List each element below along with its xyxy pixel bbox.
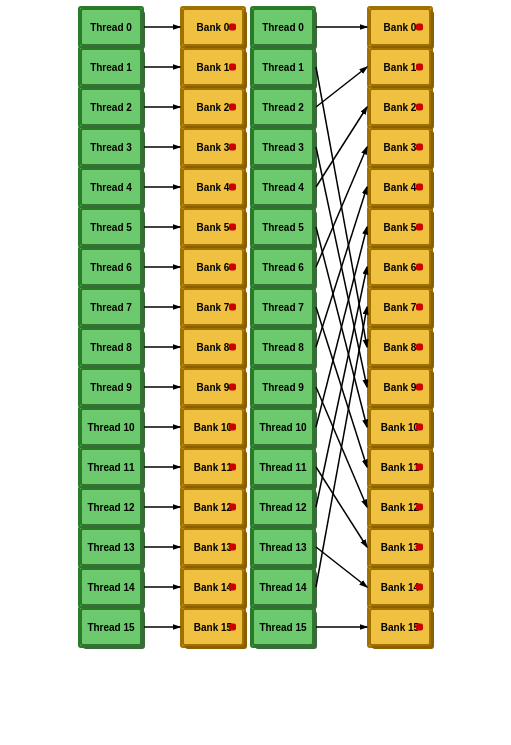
bank-box: Bank 7 <box>182 288 244 326</box>
bank-dot <box>229 544 236 551</box>
bank-box: Bank 3 <box>182 128 244 166</box>
svg-line-22 <box>316 107 367 187</box>
thread-box: Thread 2 <box>80 88 142 126</box>
svg-line-24 <box>316 147 367 267</box>
bank-box: Bank 15 <box>369 608 431 646</box>
thread-box: Thread 11 <box>80 448 142 486</box>
bank-dot <box>229 64 236 71</box>
thread-box: Thread 15 <box>252 608 314 646</box>
bank-box: Bank 7 <box>369 288 431 326</box>
bank-dot <box>229 224 236 231</box>
thread-box: Thread 6 <box>80 248 142 286</box>
bank-dot <box>416 544 423 551</box>
thread-box: Thread 7 <box>80 288 142 326</box>
thread-box: Thread 14 <box>252 568 314 606</box>
thread-box: Thread 1 <box>80 48 142 86</box>
thread-box: Thread 0 <box>252 8 314 46</box>
bank-box: Bank 1 <box>182 48 244 86</box>
bank-dot <box>229 384 236 391</box>
bank-box: Bank 12 <box>369 488 431 526</box>
svg-line-31 <box>316 547 367 587</box>
left-thread-col: Thread 0Thread 1Thread 2Thread 3Thread 4… <box>80 8 142 646</box>
bank-box: Bank 13 <box>182 528 244 566</box>
bank-dot <box>416 464 423 471</box>
bank-box: Bank 9 <box>369 368 431 406</box>
thread-box: Thread 9 <box>252 368 314 406</box>
bank-dot <box>229 144 236 151</box>
bank-dot <box>416 304 423 311</box>
bank-box: Bank 6 <box>182 248 244 286</box>
bank-dot <box>229 624 236 631</box>
bank-dot <box>416 24 423 31</box>
right-diagram: Thread 0Thread 1Thread 2Thread 3Thread 4… <box>252 8 431 646</box>
bank-dot <box>416 184 423 191</box>
thread-box: Thread 3 <box>252 128 314 166</box>
thread-box: Thread 10 <box>252 408 314 446</box>
thread-box: Thread 0 <box>80 8 142 46</box>
bank-box: Bank 0 <box>369 8 431 46</box>
bank-dot <box>416 264 423 271</box>
thread-box: Thread 1 <box>252 48 314 86</box>
bank-box: Bank 9 <box>182 368 244 406</box>
bank-dot <box>416 584 423 591</box>
thread-box: Thread 7 <box>252 288 314 326</box>
bank-box: Bank 8 <box>182 328 244 366</box>
bank-box: Bank 12 <box>182 488 244 526</box>
thread-box: Thread 15 <box>80 608 142 646</box>
bank-box: Bank 14 <box>182 568 244 606</box>
thread-box: Thread 9 <box>80 368 142 406</box>
thread-box: Thread 2 <box>252 88 314 126</box>
svg-line-29 <box>316 467 367 547</box>
bank-dot <box>416 104 423 111</box>
bank-dot <box>416 504 423 511</box>
bank-dot <box>416 144 423 151</box>
bank-dot <box>416 224 423 231</box>
svg-line-32 <box>316 307 367 587</box>
diagrams-row: Thread 0Thread 1Thread 2Thread 3Thread 4… <box>4 8 507 646</box>
thread-box: Thread 12 <box>252 488 314 526</box>
bank-box: Bank 11 <box>182 448 244 486</box>
bank-box: Bank 10 <box>369 408 431 446</box>
bank-dot <box>229 24 236 31</box>
thread-box: Thread 3 <box>80 128 142 166</box>
bank-dot <box>229 584 236 591</box>
bank-dot <box>229 104 236 111</box>
thread-box: Thread 12 <box>80 488 142 526</box>
bank-dot <box>416 624 423 631</box>
bank-box: Bank 1 <box>369 48 431 86</box>
thread-box: Thread 14 <box>80 568 142 606</box>
bank-dot <box>229 464 236 471</box>
thread-box: Thread 4 <box>80 168 142 206</box>
bank-box: Bank 8 <box>369 328 431 366</box>
bank-box: Bank 15 <box>182 608 244 646</box>
right-thread-col: Thread 0Thread 1Thread 2Thread 3Thread 4… <box>252 8 314 646</box>
left-bank-col: Bank 0Bank 1Bank 2Bank 3Bank 4Bank 5Bank… <box>182 8 244 646</box>
right-arrows <box>314 8 369 646</box>
bank-box: Bank 11 <box>369 448 431 486</box>
bank-box: Bank 14 <box>369 568 431 606</box>
right-bank-col: Bank 0Bank 1Bank 2Bank 3Bank 4Bank 5Bank… <box>369 8 431 646</box>
bank-box: Bank 4 <box>182 168 244 206</box>
thread-box: Thread 5 <box>80 208 142 246</box>
bank-dot <box>416 384 423 391</box>
thread-box: Thread 6 <box>252 248 314 286</box>
bank-box: Bank 6 <box>369 248 431 286</box>
bank-box: Bank 10 <box>182 408 244 446</box>
svg-line-20 <box>316 67 367 107</box>
bank-dot <box>416 424 423 431</box>
left-diagram: Thread 0Thread 1Thread 2Thread 3Thread 4… <box>80 8 244 646</box>
bank-dot <box>416 344 423 351</box>
bank-box: Bank 3 <box>369 128 431 166</box>
thread-box: Thread 4 <box>252 168 314 206</box>
thread-box: Thread 8 <box>80 328 142 366</box>
thread-box: Thread 13 <box>80 528 142 566</box>
bank-dot <box>229 504 236 511</box>
bank-box: Bank 2 <box>369 88 431 126</box>
bank-dot <box>229 264 236 271</box>
bank-dot <box>416 64 423 71</box>
thread-box: Thread 10 <box>80 408 142 446</box>
bank-box: Bank 5 <box>369 208 431 246</box>
thread-box: Thread 11 <box>252 448 314 486</box>
bank-dot <box>229 304 236 311</box>
bank-box: Bank 4 <box>369 168 431 206</box>
